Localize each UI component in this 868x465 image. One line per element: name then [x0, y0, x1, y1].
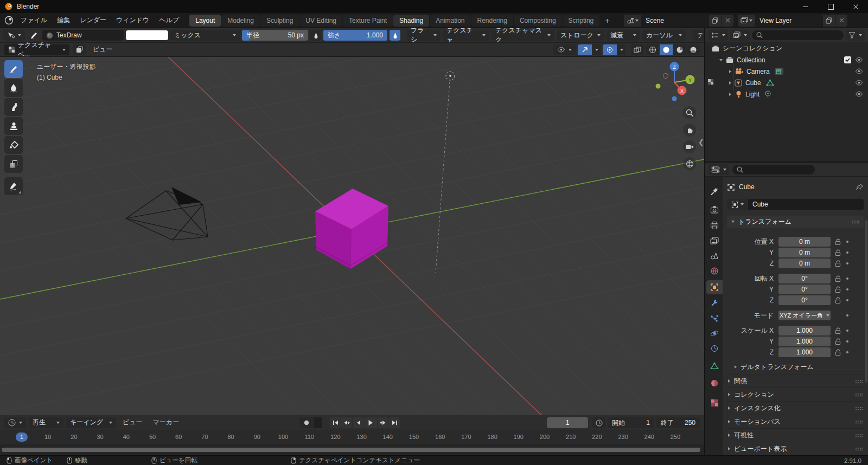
tab-world[interactable] [706, 264, 723, 278]
strength-pressure-toggle[interactable] [390, 30, 400, 41]
animate-dot[interactable] [846, 288, 848, 290]
use-preview-range-toggle[interactable] [592, 417, 605, 428]
rotation-z-field[interactable]: 0° [778, 295, 831, 305]
workspace-tab[interactable]: Modeling [221, 15, 260, 27]
3d-viewport[interactable]: ユーザー・透視投影 (1) Cube Z Y X [0, 57, 704, 415]
prev-frame-button[interactable] [353, 417, 363, 428]
brush-tool-button[interactable] [27, 30, 40, 41]
stencil-mask-button[interactable] [73, 44, 86, 55]
rotation-y-field[interactable]: 0° [778, 285, 831, 294]
lock-icon[interactable] [834, 297, 842, 304]
lock-icon[interactable] [834, 275, 842, 282]
annotate-tool-button[interactable] [4, 177, 23, 195]
animate-dot[interactable] [846, 330, 848, 332]
scene-name[interactable]: Scene [641, 15, 709, 27]
zoom-button[interactable] [683, 106, 696, 119]
menu-item[interactable]: ファイル [16, 13, 52, 28]
navigation-gizmo[interactable]: Z Y X [652, 60, 697, 106]
overlays-toggle[interactable] [631, 44, 644, 55]
animate-dot[interactable] [846, 277, 848, 280]
workspace-tab[interactable]: Texture Paint [343, 15, 393, 27]
lock-icon[interactable] [834, 238, 842, 246]
properties-search-input[interactable] [732, 165, 815, 175]
menu-item[interactable]: 編集 [52, 13, 75, 28]
texture-popover[interactable]: テクスチャ [443, 30, 489, 41]
lock-icon[interactable] [834, 249, 842, 256]
jump-to-start-button[interactable] [330, 417, 341, 428]
panel-grip-icon[interactable] [855, 393, 863, 397]
strength-slider[interactable]: 強さ1.000 [323, 30, 387, 41]
workspace-tab[interactable]: Sculpting [260, 15, 299, 27]
close-button[interactable] [843, 0, 868, 13]
cursor-popover[interactable]: カーソル [642, 30, 686, 41]
minimize-button[interactable] [793, 0, 818, 13]
view-layer-name[interactable]: View Layer [755, 15, 822, 27]
properties-scrollbar[interactable] [865, 220, 867, 383]
auto-keying-toggle[interactable] [299, 417, 314, 428]
workspace-tab[interactable]: Rendering [471, 15, 513, 27]
outliner-row-scene-collection[interactable]: シーンコレクション [705, 43, 868, 54]
menu-item[interactable]: レンダー [75, 13, 111, 28]
soften-tool-button[interactable] [4, 79, 23, 97]
play-button[interactable] [364, 417, 377, 428]
timeline-ruler[interactable]: 1102030405060708090100110120130140150160… [0, 430, 704, 444]
workspace-tab[interactable]: Compositing [514, 15, 562, 27]
hide-eye-icon[interactable] [855, 91, 863, 97]
lock-icon[interactable] [834, 260, 842, 267]
material-preview-button[interactable] [673, 44, 686, 55]
collapsed-panel-header[interactable]: ビューポート表示 [727, 442, 864, 455]
outliner-filter-button[interactable] [846, 30, 865, 41]
collapsed-panel-header[interactable]: コレクション [727, 388, 864, 401]
sidebar-collapse-arrow[interactable]: ❮ [698, 138, 704, 146]
tab-particles[interactable] [706, 311, 723, 325]
scale-y-field[interactable]: 1.000 [778, 337, 831, 346]
scale-x-field[interactable]: 1.000 [778, 326, 831, 335]
jump-to-end-button[interactable] [389, 417, 400, 428]
view-layer-browse-button[interactable] [738, 15, 755, 27]
tab-material[interactable] [706, 376, 723, 390]
brush-datablock[interactable]: TexDraw [42, 30, 124, 41]
view-menu[interactable]: ビュー [89, 45, 117, 54]
tab-texture[interactable] [706, 396, 723, 410]
draw-tool-button[interactable] [4, 60, 23, 78]
brush-color-swatch[interactable] [126, 30, 168, 40]
blender-menu-icon[interactable] [4, 16, 14, 25]
menu-item[interactable]: ウィンドウ [111, 13, 154, 28]
pin-icon[interactable] [856, 183, 864, 191]
expand-arrow-icon[interactable] [719, 59, 723, 61]
visibility-popover[interactable] [553, 44, 576, 55]
workspace-tab[interactable]: UV Editing [299, 15, 342, 27]
outliner-row-cube[interactable]: Cube [705, 77, 868, 88]
workspace-tab[interactable]: Scripting [563, 15, 600, 27]
view-layer-remove-button[interactable] [835, 15, 847, 27]
collapsed-panel-header[interactable]: インスタンス化 [727, 401, 864, 415]
tab-scene[interactable] [706, 249, 723, 263]
outliner-display-mode[interactable] [709, 30, 728, 41]
radius-pressure-toggle[interactable] [310, 30, 321, 41]
location-x-field[interactable]: 0 m [778, 237, 831, 247]
falloff-popover[interactable]: 減衰 [607, 30, 640, 41]
scrollbar-thumb[interactable] [2, 448, 700, 452]
mask-tool-button[interactable] [4, 155, 23, 173]
wireframe-shading-button[interactable] [646, 44, 659, 55]
delta-transform-panel[interactable]: デルタトランスフォーム [727, 361, 864, 373]
animate-dot[interactable] [846, 299, 848, 301]
current-frame-field[interactable]: 1 [547, 417, 588, 428]
timeline-view-menu[interactable]: ビュー [119, 418, 146, 427]
lock-icon[interactable] [834, 327, 842, 334]
tab-object-data[interactable] [706, 359, 723, 373]
outliner-row-light[interactable]: Light [705, 88, 868, 100]
maximize-button[interactable] [818, 0, 843, 13]
frame-start-field[interactable]: 開始1 [608, 417, 654, 428]
smear-tool-button[interactable] [4, 98, 23, 116]
tab-output[interactable] [706, 218, 723, 232]
outliner-row-camera[interactable]: Camera [705, 66, 868, 77]
blend-mode-dropdown[interactable]: ミックス [170, 30, 240, 41]
add-workspace-button[interactable]: + [600, 15, 614, 27]
panel-grip-icon[interactable] [855, 434, 863, 437]
snap-options-button[interactable] [592, 44, 601, 55]
orthographic-toggle-button[interactable] [683, 157, 696, 170]
tab-constraints[interactable] [706, 341, 723, 356]
keying-set-box[interactable] [314, 417, 322, 428]
lock-icon[interactable] [834, 286, 842, 293]
